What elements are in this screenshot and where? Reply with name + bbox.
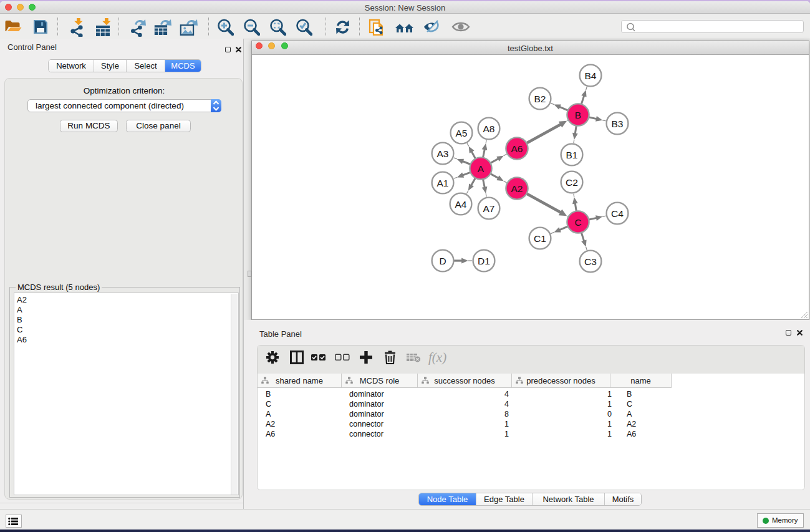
svg-text:B3: B3 <box>612 118 624 129</box>
svg-text:B4: B4 <box>585 70 597 81</box>
svg-text:C2: C2 <box>566 177 578 188</box>
svg-text:A: A <box>478 163 485 174</box>
svg-text:A4: A4 <box>455 199 467 210</box>
svg-text:A6: A6 <box>511 143 523 154</box>
svg-text:A8: A8 <box>483 123 495 134</box>
svg-text:A1: A1 <box>437 178 449 188</box>
svg-text:A2: A2 <box>511 183 523 194</box>
svg-text:C: C <box>574 217 581 228</box>
svg-text:A3: A3 <box>437 148 449 159</box>
svg-text:A7: A7 <box>483 203 495 214</box>
svg-text:A5: A5 <box>456 128 468 138</box>
svg-text:D: D <box>439 256 446 266</box>
svg-text:B2: B2 <box>534 94 546 104</box>
svg-text:C3: C3 <box>584 256 597 267</box>
svg-text:B1: B1 <box>566 150 578 160</box>
svg-text:B: B <box>575 110 581 120</box>
svg-text:D1: D1 <box>478 256 490 266</box>
svg-text:C4: C4 <box>611 208 624 219</box>
svg-text:C1: C1 <box>534 233 546 244</box>
